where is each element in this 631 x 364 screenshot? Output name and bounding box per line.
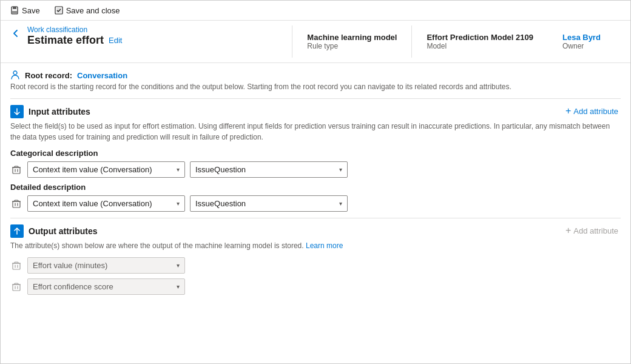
output-section-description: The attribute(s) shown below are where t… — [10, 240, 621, 251]
svg-rect-8 — [13, 285, 20, 291]
input-attributes-section: Input attributes + Add attribute Select … — [10, 98, 621, 212]
root-record-description: Root record is the starting record for t… — [10, 83, 621, 91]
rule-type-sub: Rule type — [307, 42, 397, 50]
input-section-description: Select the field(s) to be used as input … — [10, 121, 621, 143]
delete-effort-value-button[interactable] — [10, 260, 22, 272]
root-record-prefix: Root record: — [25, 71, 72, 80]
output-description-text: The attribute(s) shown below are where t… — [10, 241, 304, 250]
categorical-select1-value: Context item value (Conversation) — [33, 165, 152, 174]
effort-confidence-label: Effort confidence score — [33, 282, 113, 291]
save-button[interactable]: Save — [8, 5, 42, 16]
svg-rect-2 — [12, 11, 17, 13]
categorical-select2[interactable]: IssueQuestion ▾ — [190, 161, 348, 178]
breadcrumb[interactable]: Work classification — [27, 25, 292, 34]
save-close-label: Save and close — [66, 6, 120, 15]
learn-more-link[interactable]: Learn more — [306, 241, 343, 250]
model-type-label: Machine learning model — [307, 33, 397, 42]
output-row-effort-confidence: Effort confidence score ▾ — [10, 278, 621, 295]
categorical-select1[interactable]: Context item value (Conversation) ▾ — [27, 161, 185, 178]
categorical-group-label: Categorical description — [10, 149, 621, 158]
model-name-label: Effort Prediction Model 2109 — [427, 33, 533, 42]
categorical-select2-chevron: ▾ — [339, 166, 342, 173]
add-output-attribute-button: + Add attribute — [563, 224, 621, 237]
svg-rect-5 — [13, 167, 20, 174]
detailed-group-label: Detailed description — [10, 183, 621, 192]
add-input-plus-icon: + — [565, 106, 571, 116]
edit-link[interactable]: Edit — [109, 36, 122, 45]
output-row-effort-value: Effort value (minutes) ▾ — [10, 257, 621, 274]
main-content: Root record: Conversation Root record is… — [1, 63, 630, 364]
add-input-attribute-button[interactable]: + Add attribute — [563, 105, 621, 117]
svg-rect-6 — [13, 201, 20, 207]
add-output-attribute-label: Add attribute — [573, 226, 618, 235]
root-record-icon — [10, 70, 20, 80]
delete-categorical-button[interactable] — [10, 164, 22, 176]
svg-rect-1 — [13, 7, 16, 9]
categorical-select1-chevron: ▾ — [177, 166, 180, 173]
output-section-header: Output attributes + Add attribute — [10, 224, 621, 238]
header-title-block: Work classification Estimate effort Edit — [27, 25, 292, 58]
output-attributes-section: Output attributes + Add attribute The at… — [10, 218, 621, 295]
toolbar: Save Save and close — [1, 1, 630, 21]
owner-role: Owner — [562, 42, 606, 50]
owner-name[interactable]: Lesa Byrd — [562, 33, 606, 42]
detailed-attr-row: Context item value (Conversation) ▾ Issu… — [10, 195, 621, 212]
categorical-attr-row: Context item value (Conversation) ▾ Issu… — [10, 161, 621, 178]
input-section-header: Input attributes + Add attribute — [10, 105, 621, 118]
effort-value-select: Effort value (minutes) ▾ — [27, 257, 185, 274]
output-title-block: Output attributes — [10, 224, 98, 238]
svg-rect-7 — [13, 263, 20, 269]
save-label: Save — [22, 6, 40, 15]
back-button[interactable] — [10, 25, 21, 58]
detailed-select1-value: Context item value (Conversation) — [33, 199, 152, 208]
effort-value-label: Effort value (minutes) — [33, 261, 107, 270]
input-section-icon — [10, 105, 24, 118]
detailed-select1[interactable]: Context item value (Conversation) ▾ — [27, 195, 185, 212]
input-section-title: Input attributes — [29, 107, 90, 116]
effort-confidence-select: Effort confidence score ▾ — [27, 278, 185, 295]
save-close-button[interactable]: Save and close — [52, 5, 123, 16]
model-sub: Model — [427, 42, 533, 50]
delete-detailed-button[interactable] — [10, 198, 22, 210]
detailed-select2-chevron: ▾ — [339, 200, 342, 207]
input-title-block: Input attributes — [10, 105, 90, 118]
categorical-select2-value: IssueQuestion — [195, 165, 246, 174]
detailed-select2-value: IssueQuestion — [195, 199, 246, 208]
output-section-title: Output attributes — [29, 226, 98, 236]
svg-point-4 — [13, 71, 17, 75]
effort-value-chevron: ▾ — [177, 262, 180, 269]
effort-confidence-chevron: ▾ — [177, 283, 180, 290]
output-section-icon — [10, 224, 24, 238]
add-output-plus-icon: + — [565, 226, 571, 235]
add-input-attribute-label: Add attribute — [573, 107, 618, 116]
save-icon — [10, 6, 19, 15]
model-type-block: Machine learning model Rule type — [292, 25, 411, 58]
page-title: Estimate effort — [27, 34, 104, 47]
root-record-value[interactable]: Conversation — [77, 71, 127, 80]
owner-block: Lesa Byrd Owner — [548, 25, 621, 58]
header-band: Work classification Estimate effort Edit… — [1, 21, 630, 63]
detailed-select1-chevron: ▾ — [177, 200, 180, 207]
delete-effort-confidence-button[interactable] — [10, 281, 22, 293]
root-record-bar: Root record: Conversation — [10, 70, 621, 80]
detailed-select2[interactable]: IssueQuestion ▾ — [190, 195, 348, 212]
model-name-block: Effort Prediction Model 2109 Model — [411, 25, 548, 58]
save-close-icon — [55, 6, 63, 15]
